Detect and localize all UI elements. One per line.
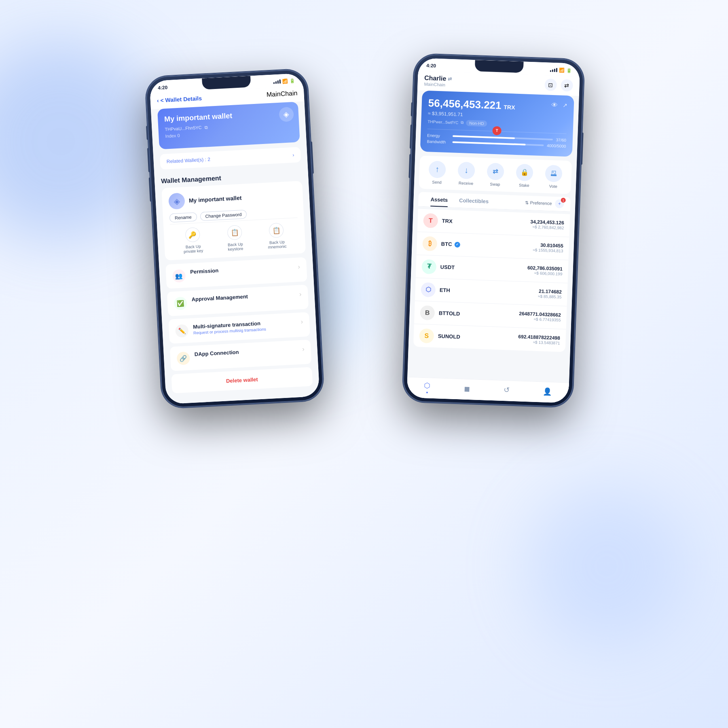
dapp-title: DApp Connection (194, 346, 297, 357)
back-arrow-icon: ‹ (157, 97, 159, 104)
permission-menu-item[interactable]: 👥 Permission › (165, 257, 307, 289)
balance-amount: 56,456,453.221 (428, 97, 502, 111)
header-action-icons: ⊡ ⇄ (544, 78, 573, 91)
approval-title: Approval Management (191, 291, 294, 302)
eth-usd: ≈$ 85,885.35 (538, 294, 562, 299)
nav-profile[interactable]: 👤 (543, 387, 552, 396)
swap-button[interactable]: ⇄ Swap (487, 163, 504, 186)
status-time: 4:20 (158, 85, 168, 91)
assets-screen: 4:20 📶 🔋 (406, 58, 580, 403)
wifi-icon: 📶 (282, 78, 288, 84)
dapp-connection-menu-item[interactable]: 🔗 DApp Connection › (170, 340, 312, 371)
mute-button[interactable] (146, 126, 148, 140)
backup-mnemonic[interactable]: 📋 Back Upmnemonic (267, 222, 286, 249)
nav-discover[interactable]: ◼ (463, 384, 470, 394)
delete-wallet-button[interactable]: Delete wallet (171, 367, 313, 393)
backup-keystore-icon: 📋 (227, 225, 242, 240)
preference-button[interactable]: ⇅ Preference (525, 200, 552, 206)
header-title: < Wallet Details (160, 95, 202, 104)
multisig-icon: ✏️ (175, 324, 189, 338)
header-chain-right: MainChain (424, 82, 452, 87)
vote-button[interactable]: 🗳 Vote (545, 165, 563, 188)
backup-mnemonic-label: Back Upmnemonic (268, 239, 287, 249)
rename-button[interactable]: Rename (169, 212, 197, 223)
add-asset-button[interactable]: + 1 (555, 199, 564, 208)
left-phone-screen: 4:20 📶 🔋 ‹ (149, 73, 320, 404)
volume-down-button-right[interactable] (408, 154, 411, 178)
receive-icon: ↓ (457, 161, 475, 179)
copy-icon[interactable]: ⧉ (204, 125, 208, 129)
wallet-avatar-icon: ◈ (284, 110, 290, 119)
expand-button[interactable]: ↗ (563, 102, 568, 108)
balance-card: 👁 ↗ 56,456,453.221 TRX ≈ $3,951,951.71 T… (420, 91, 574, 157)
wallet-card-avatar: ◈ (279, 107, 294, 122)
related-wallets-bar[interactable]: Related Wallet(s) : 2 › (160, 147, 301, 169)
volume-down-button[interactable] (149, 178, 152, 202)
nav-discover-icon: ◼ (463, 384, 470, 394)
wallet-name-row: ◈ My important wallet (168, 187, 297, 210)
usdt-usd: ≈$ 606,000.199 (527, 271, 562, 276)
header-chain: MainChain (267, 89, 298, 98)
notch-right (475, 60, 524, 73)
left-phone: 4:20 📶 🔋 ‹ (145, 69, 324, 408)
backup-keystore[interactable]: 📋 Back Upkeystore (227, 225, 243, 252)
battery-icon-right: 🔋 (566, 68, 572, 73)
usdt-symbol: USDT (440, 264, 528, 273)
swap-icon[interactable]: ⇄ (448, 76, 452, 82)
bandwidth-label: Bandwidth (427, 139, 449, 144)
swap-icon: ⇄ (487, 163, 504, 180)
energy-label: Energy (427, 133, 449, 138)
approval-management-menu-item[interactable]: ✅ Approval Management › (167, 285, 309, 316)
scan-qr-button[interactable]: ⊡ (544, 78, 557, 91)
change-password-button[interactable]: Change Password (200, 210, 247, 221)
verified-check-icon: ✓ (454, 241, 460, 247)
power-button[interactable] (311, 142, 314, 174)
nav-assets-icon: ⬡ (424, 381, 431, 390)
nav-assets-active-dot (426, 392, 427, 393)
preference-sort-icon: ⇅ (525, 200, 528, 205)
switch-wallet-button[interactable]: ⇄ (561, 79, 573, 92)
copy-address-icon[interactable]: ⧉ (461, 120, 463, 125)
bandwidth-bar-fill (452, 141, 525, 145)
receive-button[interactable]: ↓ Receive (457, 161, 475, 185)
chevron-right-icon-2: › (299, 291, 302, 298)
eth-symbol: ETH (440, 287, 538, 296)
wallet-avatar: ◈ (168, 193, 185, 210)
eth-icon: ⬡ (421, 282, 436, 297)
volume-up-button-right[interactable] (410, 125, 412, 149)
phones-container: 4:20 📶 🔋 ‹ (142, 40, 586, 688)
mute-button-right[interactable] (411, 102, 413, 116)
multisig-menu-item[interactable]: ✏️ Multi-signature transaction Request o… (168, 312, 310, 344)
balance-currency: TRX (504, 104, 515, 111)
related-wallets-label: Related Wallet(s) : 2 (166, 157, 210, 165)
status-icons: 📶 🔋 (273, 78, 296, 85)
stake-icon: 🔒 (516, 163, 533, 181)
sunold-icon: S (419, 328, 434, 343)
non-hd-badge: Non-HD (466, 120, 487, 127)
power-button-right[interactable] (581, 132, 584, 165)
tab-assets[interactable]: Assets (425, 192, 454, 207)
wallet-details-screen: 4:20 📶 🔋 ‹ (149, 73, 320, 404)
volume-up-button[interactable] (147, 148, 150, 172)
asset-row-sunold[interactable]: S SUNOLD 692.418878222498 ≈$ 13.5483871 (413, 324, 566, 352)
back-button[interactable]: ‹ < Wallet Details (157, 95, 202, 104)
right-phone: 4:20 📶 🔋 (402, 54, 584, 407)
backup-private-key[interactable]: 🔑 Back Upprivate key (182, 227, 203, 254)
tab-collectibles[interactable]: Collectibles (453, 193, 495, 209)
btc-icon: ₿ (422, 236, 437, 251)
glow-decoration-1 (0, 40, 162, 243)
assets-list: T TRX 34,234,453.126 ≈$ 2,760,842,982 ₿ … (413, 209, 570, 352)
permission-icon: 👥 (172, 269, 186, 283)
user-info: Charlie ⇄ MainChain (424, 74, 452, 87)
trx-symbol: TRX (442, 218, 530, 227)
nav-assets[interactable]: ⬡ (423, 381, 430, 394)
nav-history[interactable]: ↺ (503, 385, 510, 395)
send-button[interactable]: ↑ Send (428, 161, 446, 184)
hide-balance-button[interactable]: 👁 (551, 102, 558, 109)
usdt-icon: ₮ (421, 259, 436, 274)
swap-label: Swap (490, 182, 500, 186)
preference-label: Preference (530, 200, 552, 206)
stake-button[interactable]: 🔒 Stake (516, 163, 533, 187)
permission-title: Permission (190, 264, 293, 275)
bandwidth-bar-bg (452, 141, 544, 146)
